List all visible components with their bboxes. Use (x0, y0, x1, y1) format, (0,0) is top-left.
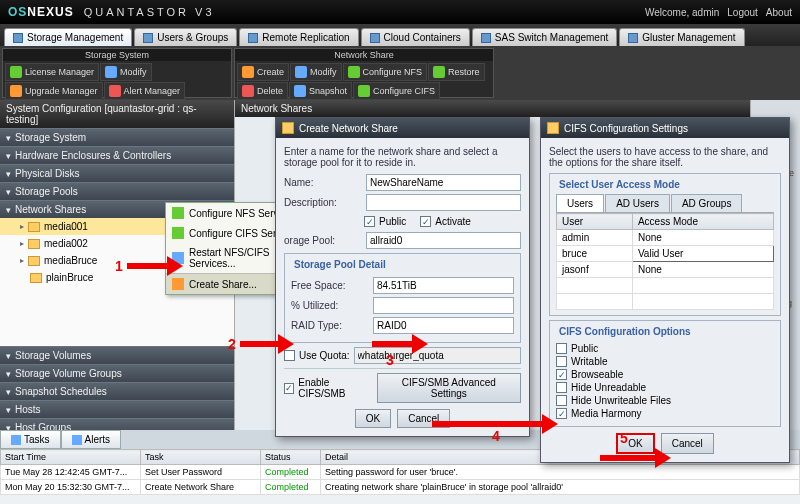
tab-sas-switch[interactable]: SAS Switch Management (472, 28, 617, 46)
share-icon (282, 122, 294, 134)
main-tabstrip: Storage Management Users & Groups Remote… (0, 24, 800, 46)
utilized-value (373, 297, 514, 314)
cifs-icon (172, 227, 184, 239)
delete-share-button[interactable]: Delete (237, 82, 288, 100)
alert-icon (109, 85, 121, 97)
util-label: % Utilized: (291, 300, 369, 311)
modify-share-button[interactable]: Modify (290, 63, 342, 81)
tasks-icon (11, 435, 21, 445)
fieldset-legend: CIFS Configuration Options (556, 326, 694, 337)
tab-cloud-containers[interactable]: Cloud Containers (361, 28, 470, 46)
name-input[interactable] (366, 174, 521, 191)
public-checkbox[interactable]: ✓Public (364, 216, 406, 227)
snapshot-button[interactable]: Snapshot (289, 82, 352, 100)
acc-host-groups[interactable]: ▾Host Groups (0, 418, 234, 430)
table-row[interactable]: Mon May 20 15:32:30 GMT-7...Create Netwo… (1, 480, 800, 495)
acc-storage-volumes[interactable]: ▾Storage Volumes (0, 346, 234, 364)
pool-select[interactable] (366, 232, 521, 249)
table-row[interactable]: Tue May 28 12:42:45 GMT-7...Set User Pas… (1, 465, 800, 480)
fieldset-legend: Storage Pool Detail (291, 259, 389, 270)
opt-media-harmony[interactable]: ✓Media Harmony (556, 408, 774, 419)
upgrade-manager-button[interactable]: Upgrade Manager (5, 82, 103, 100)
acc-volume-groups[interactable]: ▾Storage Volume Groups (0, 364, 234, 382)
replication-icon (248, 33, 258, 43)
free-label: Free Space: (291, 280, 369, 291)
folder-icon (28, 222, 40, 232)
dialog-title: CIFS Configuration Settings (541, 118, 789, 138)
acc-hardware[interactable]: ▾Hardware Enclosures & Controllers (0, 146, 234, 164)
cifs-advanced-button[interactable]: CIFS/SMB Advanced Settings (377, 373, 521, 403)
gluster-icon (628, 33, 638, 43)
description-input[interactable] (366, 194, 521, 211)
restore-icon (433, 66, 445, 78)
cifs-icon (358, 85, 370, 97)
acc-hosts[interactable]: ▾Hosts (0, 400, 234, 418)
toolbar: Storage System License Manager Modify Up… (0, 46, 800, 100)
annotation-arrow-5: 5 (600, 448, 671, 468)
col-user: User (557, 214, 633, 230)
license-icon (10, 66, 22, 78)
acc-physical-disks[interactable]: ▾Physical Disks (0, 164, 234, 182)
fieldset-legend: Select User Access Mode (556, 179, 683, 190)
toolgroup-title: Network Share (235, 49, 493, 61)
tab-remote-replication[interactable]: Remote Replication (239, 28, 358, 46)
opt-hide-unreadable[interactable]: Hide Unreadable (556, 382, 774, 393)
opt-browseable[interactable]: ✓Browseable (556, 369, 774, 380)
tab-tasks[interactable]: Tasks (0, 430, 61, 449)
cifs-config-dialog: CIFS Configuration Settings Select the u… (540, 117, 790, 463)
tab-users-groups[interactable]: Users & Groups (134, 28, 237, 46)
opt-writable[interactable]: Writable (556, 356, 774, 367)
annotation-arrow-4: 4 (432, 414, 558, 434)
acc-snapshot-schedules[interactable]: ▾Snapshot Schedules (0, 382, 234, 400)
users-icon (143, 33, 153, 43)
create-icon (172, 278, 184, 290)
toolgroup-storage-system: Storage System License Manager Modify Up… (2, 48, 232, 98)
delete-icon (242, 85, 254, 97)
tab-storage-management[interactable]: Storage Management (4, 28, 132, 46)
left-panel-title: System Configuration [quantastor-grid : … (0, 100, 234, 128)
tab-ad-groups[interactable]: AD Groups (671, 194, 742, 212)
dialog-intro: Select the users to have access to the s… (549, 146, 781, 168)
modify-icon (105, 66, 117, 78)
create-icon (242, 66, 254, 78)
nfs-icon (172, 207, 184, 219)
raid-value (373, 317, 514, 334)
table-row[interactable]: jasonfNone (557, 262, 774, 278)
configure-nfs-button[interactable]: Configure NFS (343, 63, 428, 81)
enable-cifs-checkbox[interactable]: ✓Enable CIFS/SMB (284, 377, 373, 399)
alert-manager-button[interactable]: Alert Manager (104, 82, 186, 100)
pool-label: orage Pool: (284, 235, 362, 246)
opt-public[interactable]: Public (556, 343, 774, 354)
description-label: Description: (284, 197, 362, 208)
license-manager-button[interactable]: License Manager (5, 63, 99, 81)
use-quota-checkbox[interactable]: Use Quota: (284, 350, 350, 361)
create-share-button[interactable]: Create (237, 63, 289, 81)
tab-alerts[interactable]: Alerts (61, 430, 122, 449)
activate-checkbox[interactable]: ✓Activate (420, 216, 471, 227)
acc-storage-pools[interactable]: ▾Storage Pools (0, 182, 234, 200)
table-row[interactable]: bruceValid User (557, 246, 774, 262)
cifs-options: CIFS Configuration Options Public Writab… (549, 320, 781, 427)
logo: OSNEXUS (8, 5, 74, 19)
storage-icon (13, 33, 23, 43)
ok-button[interactable]: OK (355, 409, 391, 428)
tab-users[interactable]: Users (556, 194, 604, 212)
col-status: Status (261, 450, 321, 465)
modify-button[interactable]: Modify (100, 63, 152, 81)
right-panel-header: Network Shares (235, 100, 800, 117)
about-link[interactable]: About (766, 7, 792, 18)
raid-label: RAID Type: (291, 320, 369, 331)
switch-icon (481, 33, 491, 43)
tab-ad-users[interactable]: AD Users (605, 194, 670, 212)
folder-icon (30, 273, 42, 283)
create-share-dialog: Create Network Share Enter a name for th… (275, 117, 530, 437)
table-row[interactable]: adminNone (557, 230, 774, 246)
acc-storage-system[interactable]: ▾Storage System (0, 128, 234, 146)
cloud-icon (370, 33, 380, 43)
toolgroup-network-share: Network Share Create Modify Configure NF… (234, 48, 494, 98)
configure-cifs-button[interactable]: Configure CIFS (353, 82, 440, 100)
logout-link[interactable]: Logout (727, 7, 758, 18)
restore-button[interactable]: Restore (428, 63, 485, 81)
opt-hide-unwriteable[interactable]: Hide Unwriteable Files (556, 395, 774, 406)
tab-gluster[interactable]: Gluster Management (619, 28, 744, 46)
